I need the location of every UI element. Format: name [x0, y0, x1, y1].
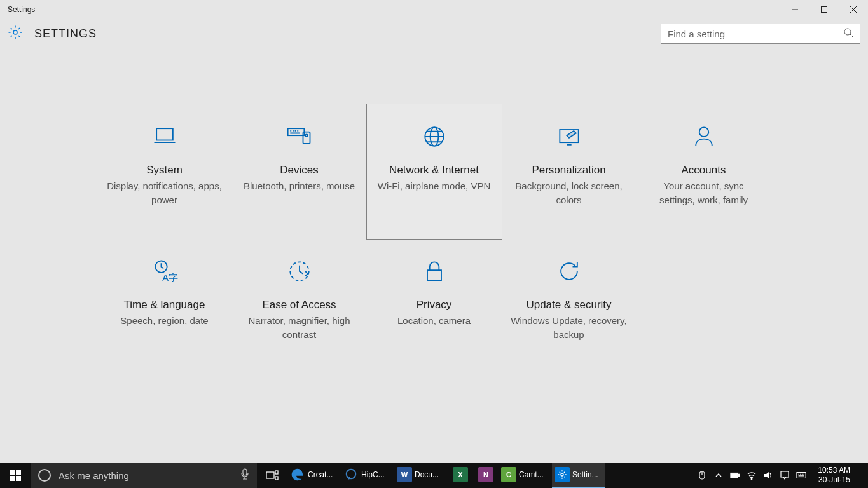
tile-desc: Speech, region, date	[111, 314, 217, 328]
page-title: SETTINGS	[34, 27, 97, 41]
word-icon: W	[397, 467, 412, 482]
svg-rect-3	[156, 128, 173, 140]
cortana-placeholder: Ask me anything	[59, 470, 233, 481]
cortana-search[interactable]: Ask me anything	[31, 463, 257, 488]
svg-rect-19	[243, 469, 247, 475]
settings-grid: System Display, notifications, apps, pow…	[97, 104, 771, 374]
svg-rect-15	[10, 470, 15, 475]
tile-desc: Narrator, magnifier, high contrast	[232, 314, 367, 342]
wifi-icon[interactable]	[747, 470, 757, 480]
tile-desc: Windows Update, recovery, backup	[502, 314, 637, 342]
tile-network[interactable]: Network & Internet Wi-Fi, airplane mode,…	[367, 104, 502, 239]
svg-rect-21	[275, 471, 278, 474]
edge-icon	[290, 467, 305, 482]
clock-date: 30-Jul-15	[818, 475, 850, 485]
tile-desc: Wi-Fi, airplane mode, VPN	[369, 179, 500, 193]
tile-desc: Display, notifications, apps, power	[97, 179, 232, 207]
tile-title: Ease of Access	[262, 299, 336, 311]
close-button[interactable]	[839, 0, 868, 19]
window-title: Settings	[8, 5, 780, 14]
svg-rect-14	[427, 270, 441, 281]
minimize-button[interactable]	[780, 0, 809, 19]
personalization-icon	[555, 119, 583, 154]
tile-title: Privacy	[417, 299, 452, 311]
settings-content: System Display, notifications, apps, pow…	[0, 48, 868, 463]
devices-icon	[286, 119, 313, 154]
task-view-button[interactable]	[257, 463, 287, 488]
search-box[interactable]	[661, 24, 860, 44]
svg-rect-20	[266, 472, 274, 478]
globe-icon	[420, 119, 448, 154]
tile-desc: Background, lock screen, colors	[502, 179, 637, 207]
svg-rect-4	[287, 128, 304, 135]
keyboard-icon[interactable]	[796, 470, 806, 480]
taskbar-app-onenote[interactable]: N	[473, 463, 499, 488]
camtasia-icon: C	[501, 467, 516, 482]
tile-title: Update & security	[526, 299, 611, 311]
svg-rect-0	[822, 7, 827, 13]
onenote-icon: N	[478, 467, 493, 482]
header: SETTINGS	[0, 19, 868, 48]
taskbar-app-label: Docu...	[415, 470, 439, 479]
action-center-icon[interactable]	[780, 470, 790, 480]
clock[interactable]: 10:53 AM 30-Jul-15	[813, 466, 855, 485]
laptop-icon	[151, 119, 179, 154]
start-button[interactable]	[0, 463, 31, 488]
microphone-icon[interactable]	[240, 468, 249, 482]
search-input[interactable]	[668, 29, 843, 39]
tile-accounts[interactable]: Accounts Your account, sync settings, wo…	[637, 104, 771, 239]
tile-privacy[interactable]: Privacy Location, camera	[367, 239, 502, 374]
ease-of-access-icon	[286, 254, 313, 288]
settings-app-icon	[555, 467, 570, 482]
svg-rect-16	[16, 470, 21, 475]
svg-rect-31	[797, 473, 806, 478]
svg-rect-17	[10, 476, 15, 481]
chevron-up-icon[interactable]	[713, 470, 724, 480]
tile-title: Accounts	[682, 164, 726, 177]
tile-update-security[interactable]: Update & security Windows Update, recove…	[502, 239, 637, 374]
tile-title: Devices	[280, 164, 318, 177]
taskbar-app-camtasia[interactable]: C Camt...	[499, 463, 552, 488]
tile-devices[interactable]: Devices Bluetooth, printers, mouse	[232, 104, 367, 239]
battery-icon[interactable]	[730, 470, 740, 480]
tile-title: Time & language	[124, 299, 205, 311]
mouse-tray-icon[interactable]	[697, 470, 707, 480]
excel-icon: X	[453, 467, 468, 482]
tile-ease-of-access[interactable]: Ease of Access Narrator, magnifier, high…	[232, 239, 367, 374]
cortana-icon	[38, 469, 51, 482]
svg-text:A字: A字	[162, 273, 178, 283]
volume-icon[interactable]	[763, 470, 773, 480]
svg-rect-28	[731, 473, 738, 477]
svg-point-6	[305, 134, 308, 137]
svg-rect-27	[739, 474, 740, 477]
tile-personalization[interactable]: Personalization Background, lock screen,…	[502, 104, 637, 239]
taskbar-app-hipchat[interactable]: HipC...	[341, 463, 394, 488]
tile-title: System	[146, 164, 183, 177]
taskbar-app-edge[interactable]: Creat...	[287, 463, 341, 488]
gear-icon	[8, 25, 23, 43]
taskbar-app-label: HipC...	[361, 470, 385, 479]
tile-desc: Your account, sync settings, work, famil…	[637, 179, 771, 207]
system-tray: 10:53 AM 30-Jul-15	[694, 463, 868, 488]
taskbar: Ask me anything Creat... HipC... W Docu.…	[0, 463, 868, 488]
svg-point-23	[347, 470, 356, 479]
taskbar-app-settings[interactable]: Settin...	[552, 463, 605, 488]
taskbar-app-word[interactable]: W Docu...	[394, 463, 448, 488]
svg-rect-30	[781, 471, 789, 477]
maximize-button[interactable]	[809, 0, 839, 19]
user-icon	[690, 119, 718, 154]
clock-time: 10:53 AM	[818, 466, 850, 475]
svg-point-24	[561, 473, 563, 476]
svg-rect-22	[275, 477, 278, 480]
tile-time-language[interactable]: A字 Time & language Speech, region, date	[97, 239, 232, 374]
update-icon	[555, 254, 583, 288]
window-controls	[780, 0, 868, 19]
taskbar-app-excel[interactable]: X	[448, 463, 473, 488]
svg-point-10	[699, 127, 708, 137]
time-language-icon: A字	[151, 254, 179, 288]
svg-point-1	[13, 30, 17, 34]
svg-rect-18	[16, 476, 21, 481]
tile-system[interactable]: System Display, notifications, apps, pow…	[97, 104, 232, 239]
titlebar: Settings	[0, 0, 868, 19]
tile-desc: Bluetooth, printers, mouse	[235, 179, 364, 193]
